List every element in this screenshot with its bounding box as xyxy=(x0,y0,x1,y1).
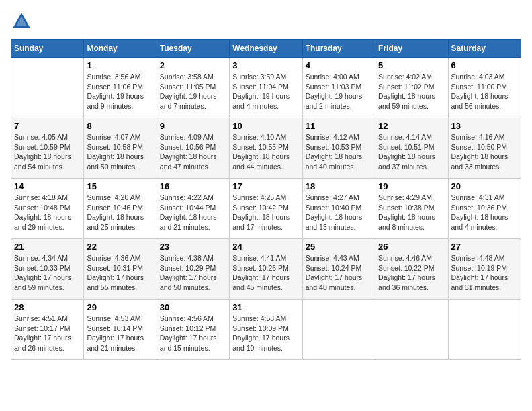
calendar-cell: 6Sunrise: 4:03 AMSunset: 11:00 PMDayligh… xyxy=(448,58,521,118)
day-number: 25 xyxy=(306,242,372,252)
calendar-cell xyxy=(11,58,84,118)
day-number: 9 xyxy=(160,121,226,131)
calendar-week-row: 21Sunrise: 4:34 AMSunset: 10:33 PMDaylig… xyxy=(11,239,521,300)
calendar-cell: 8Sunrise: 4:07 AMSunset: 10:58 PMDayligh… xyxy=(84,118,157,179)
day-info: Sunrise: 4:34 AMSunset: 10:33 PMDaylight… xyxy=(14,253,81,293)
day-number: 7 xyxy=(14,121,81,131)
calendar-header-row: SundayMondayTuesdayWednesdayThursdayFrid… xyxy=(11,40,521,58)
calendar-cell: 21Sunrise: 4:34 AMSunset: 10:33 PMDaylig… xyxy=(11,239,84,300)
calendar-cell xyxy=(448,300,521,360)
day-number: 24 xyxy=(232,242,299,252)
calendar-week-row: 7Sunrise: 4:05 AMSunset: 10:59 PMDayligh… xyxy=(11,118,521,179)
day-number: 15 xyxy=(87,181,153,191)
day-info: Sunrise: 4:16 AMSunset: 10:50 PMDaylight… xyxy=(451,132,518,172)
day-number: 3 xyxy=(232,60,299,71)
day-info: Sunrise: 3:58 AMSunset: 11:05 PMDaylight… xyxy=(160,72,226,111)
calendar-cell: 28Sunrise: 4:51 AMSunset: 10:17 PMDaylig… xyxy=(11,300,84,360)
day-number: 17 xyxy=(232,181,299,191)
day-info: Sunrise: 3:59 AMSunset: 11:04 PMDaylight… xyxy=(232,72,299,111)
day-info: Sunrise: 4:10 AMSunset: 10:55 PMDaylight… xyxy=(232,132,299,172)
day-info: Sunrise: 4:38 AMSunset: 10:29 PMDaylight… xyxy=(160,253,226,293)
day-number: 10 xyxy=(232,121,299,131)
day-number: 11 xyxy=(306,121,372,131)
header-tuesday: Tuesday xyxy=(157,40,229,58)
calendar-week-row: 14Sunrise: 4:18 AMSunset: 10:48 PMDaylig… xyxy=(11,179,521,239)
day-info: Sunrise: 4:05 AMSunset: 10:59 PMDaylight… xyxy=(14,132,81,172)
day-number: 18 xyxy=(306,181,372,191)
calendar-table: SundayMondayTuesdayWednesdayThursdayFrid… xyxy=(11,39,521,360)
day-info: Sunrise: 4:07 AMSunset: 10:58 PMDaylight… xyxy=(87,132,153,172)
header-wednesday: Wednesday xyxy=(230,40,302,58)
calendar-cell: 7Sunrise: 4:05 AMSunset: 10:59 PMDayligh… xyxy=(11,118,84,179)
day-number: 5 xyxy=(378,60,445,71)
calendar-cell: 31Sunrise: 4:58 AMSunset: 10:09 PMDaylig… xyxy=(230,300,302,360)
day-info: Sunrise: 4:29 AMSunset: 10:38 PMDaylight… xyxy=(378,193,445,232)
day-info: Sunrise: 4:18 AMSunset: 10:48 PMDaylight… xyxy=(14,193,81,232)
day-number: 13 xyxy=(451,121,518,131)
day-info: Sunrise: 4:25 AMSunset: 10:42 PMDaylight… xyxy=(232,193,299,232)
day-info: Sunrise: 4:00 AMSunset: 11:03 PMDaylight… xyxy=(306,72,372,111)
calendar-cell: 26Sunrise: 4:46 AMSunset: 10:22 PMDaylig… xyxy=(375,239,448,300)
calendar-cell: 13Sunrise: 4:16 AMSunset: 10:50 PMDaylig… xyxy=(448,118,521,179)
day-number: 12 xyxy=(378,121,445,131)
calendar-cell: 24Sunrise: 4:41 AMSunset: 10:26 PMDaylig… xyxy=(230,239,302,300)
calendar-cell: 15Sunrise: 4:20 AMSunset: 10:46 PMDaylig… xyxy=(84,179,157,239)
calendar-cell: 14Sunrise: 4:18 AMSunset: 10:48 PMDaylig… xyxy=(11,179,84,239)
calendar-cell: 4Sunrise: 4:00 AMSunset: 11:03 PMDayligh… xyxy=(302,58,375,118)
calendar-cell: 16Sunrise: 4:22 AMSunset: 10:44 PMDaylig… xyxy=(157,179,229,239)
day-info: Sunrise: 4:12 AMSunset: 10:53 PMDaylight… xyxy=(306,132,372,172)
day-number: 21 xyxy=(14,242,81,252)
day-info: Sunrise: 4:22 AMSunset: 10:44 PMDaylight… xyxy=(160,193,226,232)
day-number: 27 xyxy=(451,242,518,252)
calendar-cell: 23Sunrise: 4:38 AMSunset: 10:29 PMDaylig… xyxy=(157,239,229,300)
day-info: Sunrise: 4:31 AMSunset: 10:36 PMDaylight… xyxy=(451,193,518,232)
day-info: Sunrise: 4:36 AMSunset: 10:31 PMDaylight… xyxy=(87,253,153,293)
day-number: 8 xyxy=(87,121,153,131)
day-info: Sunrise: 4:27 AMSunset: 10:40 PMDaylight… xyxy=(306,193,372,232)
logo-icon xyxy=(11,11,32,32)
calendar-cell: 3Sunrise: 3:59 AMSunset: 11:04 PMDayligh… xyxy=(230,58,302,118)
day-info: Sunrise: 4:41 AMSunset: 10:26 PMDaylight… xyxy=(232,253,299,293)
day-info: Sunrise: 4:09 AMSunset: 10:56 PMDaylight… xyxy=(160,132,226,172)
calendar-cell: 18Sunrise: 4:27 AMSunset: 10:40 PMDaylig… xyxy=(302,179,375,239)
calendar-cell: 30Sunrise: 4:56 AMSunset: 10:12 PMDaylig… xyxy=(157,300,229,360)
calendar-cell: 11Sunrise: 4:12 AMSunset: 10:53 PMDaylig… xyxy=(302,118,375,179)
day-info: Sunrise: 4:48 AMSunset: 10:19 PMDaylight… xyxy=(451,253,518,293)
calendar-cell: 2Sunrise: 3:58 AMSunset: 11:05 PMDayligh… xyxy=(157,58,229,118)
calendar-week-row: 28Sunrise: 4:51 AMSunset: 10:17 PMDaylig… xyxy=(11,300,521,360)
calendar-cell: 9Sunrise: 4:09 AMSunset: 10:56 PMDayligh… xyxy=(157,118,229,179)
day-info: Sunrise: 4:51 AMSunset: 10:17 PMDaylight… xyxy=(14,314,81,353)
day-number: 30 xyxy=(160,302,226,312)
day-info: Sunrise: 4:20 AMSunset: 10:46 PMDaylight… xyxy=(87,193,153,232)
day-number: 19 xyxy=(378,181,445,191)
calendar-cell: 1Sunrise: 3:56 AMSunset: 11:06 PMDayligh… xyxy=(84,58,157,118)
day-number: 4 xyxy=(306,60,372,71)
calendar-cell xyxy=(302,300,375,360)
day-info: Sunrise: 4:43 AMSunset: 10:24 PMDaylight… xyxy=(306,253,372,293)
calendar-cell: 19Sunrise: 4:29 AMSunset: 10:38 PMDaylig… xyxy=(375,179,448,239)
day-number: 2 xyxy=(160,60,226,71)
day-info: Sunrise: 4:58 AMSunset: 10:09 PMDaylight… xyxy=(232,314,299,353)
calendar-cell: 5Sunrise: 4:02 AMSunset: 11:02 PMDayligh… xyxy=(375,58,448,118)
calendar-cell: 29Sunrise: 4:53 AMSunset: 10:14 PMDaylig… xyxy=(84,300,157,360)
header-friday: Friday xyxy=(375,40,448,58)
header-sunday: Sunday xyxy=(11,40,84,58)
day-number: 29 xyxy=(87,302,153,312)
header-thursday: Thursday xyxy=(302,40,375,58)
calendar-cell: 27Sunrise: 4:48 AMSunset: 10:19 PMDaylig… xyxy=(448,239,521,300)
calendar-cell: 20Sunrise: 4:31 AMSunset: 10:36 PMDaylig… xyxy=(448,179,521,239)
day-info: Sunrise: 3:56 AMSunset: 11:06 PMDaylight… xyxy=(87,72,153,111)
day-number: 1 xyxy=(87,60,153,71)
logo xyxy=(11,11,35,32)
calendar-cell: 12Sunrise: 4:14 AMSunset: 10:51 PMDaylig… xyxy=(375,118,448,179)
day-number: 16 xyxy=(160,181,226,191)
day-info: Sunrise: 4:46 AMSunset: 10:22 PMDaylight… xyxy=(378,253,445,293)
day-number: 23 xyxy=(160,242,226,252)
day-number: 28 xyxy=(14,302,81,312)
day-info: Sunrise: 4:53 AMSunset: 10:14 PMDaylight… xyxy=(87,314,153,353)
day-number: 14 xyxy=(14,181,81,191)
calendar-cell: 25Sunrise: 4:43 AMSunset: 10:24 PMDaylig… xyxy=(302,239,375,300)
day-number: 6 xyxy=(451,60,518,71)
calendar-cell: 10Sunrise: 4:10 AMSunset: 10:55 PMDaylig… xyxy=(230,118,302,179)
header-monday: Monday xyxy=(84,40,157,58)
